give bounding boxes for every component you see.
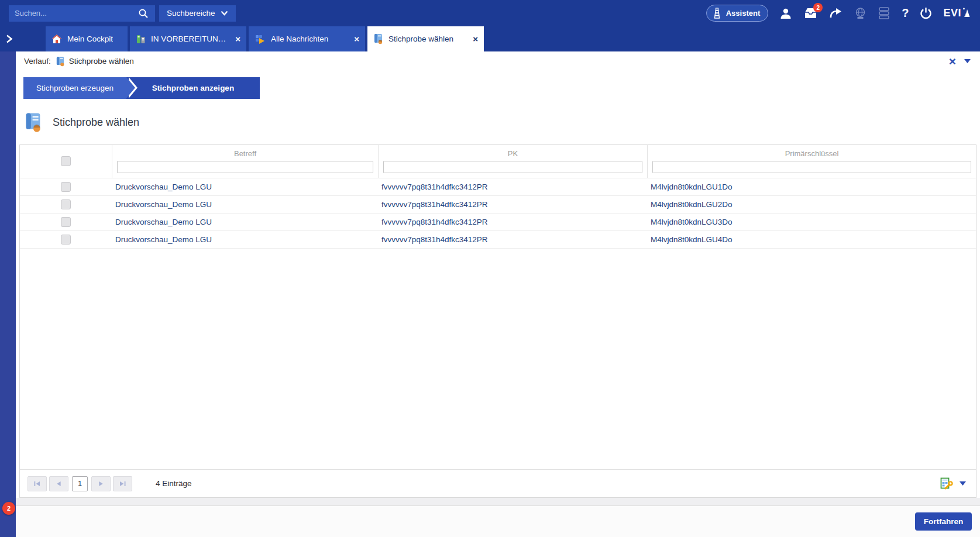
column-header-pk[interactable]: PK xyxy=(383,149,642,158)
cell-betreff: Druckvorschau_Demo LGU xyxy=(112,200,378,209)
table-header: Betreff PK Primärschlüssel xyxy=(20,145,976,178)
select-all-checkbox[interactable] xyxy=(61,156,71,166)
next-page-icon xyxy=(97,481,105,487)
history-label: Verlauf: xyxy=(24,57,51,66)
assistant-button[interactable]: Assistent xyxy=(706,5,769,22)
main-content: Verlauf: Stichprobe wählen × Stichproben… xyxy=(16,51,980,537)
user-button[interactable] xyxy=(779,7,792,20)
footer-separator xyxy=(16,498,980,505)
row-checkbox[interactable] xyxy=(61,235,71,245)
pagination-bar: 1 4 Einträge xyxy=(20,469,976,497)
tab-label: Mein Cockpit xyxy=(67,35,113,43)
search-scope-label: Suchbereiche xyxy=(167,9,215,18)
filter-input-betreff[interactable] xyxy=(117,161,373,173)
tab-close-icon[interactable]: × xyxy=(473,35,478,43)
close-icon[interactable]: × xyxy=(949,55,956,67)
header-betreff: Betreff xyxy=(112,145,378,178)
topbar-actions: Assistent 2 xyxy=(706,5,971,22)
first-page-button[interactable] xyxy=(27,476,47,491)
tab-close-icon[interactable]: × xyxy=(354,35,359,43)
table-row[interactable]: Druckvorschau_Demo LGU fvvvvvv7pq8t31h4d… xyxy=(20,231,976,249)
header-select-column xyxy=(20,145,112,178)
table-row[interactable]: Druckvorschau_Demo LGU fvvvvvv7pq8t31h4d… xyxy=(20,214,976,231)
cell-primaerschluessel: M4lvjdn8t0kdnLGU2Do xyxy=(647,200,976,209)
search-icon xyxy=(138,8,149,19)
current-page[interactable]: 1 xyxy=(72,476,88,491)
prev-page-button[interactable] xyxy=(49,476,68,491)
tab-in-vorbereitung[interactable]: IN VORBEREITUNG, 0... × xyxy=(130,26,246,51)
row-checkbox[interactable] xyxy=(61,217,71,227)
cell-primaerschluessel: M4lvjdn8t0kdnLGU3Do xyxy=(647,218,976,226)
sample-icon xyxy=(56,56,65,67)
messages-icon xyxy=(255,34,266,44)
search-button[interactable] xyxy=(132,5,155,22)
cell-pk: fvvvvvv7pq8t31h4dfkc3412PR xyxy=(378,200,647,209)
column-header-betreff[interactable]: Betreff xyxy=(117,149,373,158)
wizard-step-label: Stichproben anzeigen xyxy=(152,84,234,92)
cell-pk: fvvvvvv7pq8t31h4dfkc3412PR xyxy=(378,218,647,226)
page-title: Stichprobe wählen xyxy=(53,116,139,129)
user-icon xyxy=(779,7,792,20)
tab-close-icon[interactable]: × xyxy=(235,35,240,43)
tab-label: Alle Nachrichten xyxy=(271,35,328,43)
brand-text: EVI xyxy=(943,7,961,19)
redo-arrow-icon xyxy=(829,8,843,19)
cell-primaerschluessel: M4lvjdn8t0kdnLGU4Do xyxy=(647,235,976,244)
header-pk: PK xyxy=(378,145,647,178)
prev-page-icon xyxy=(55,481,63,487)
chevron-down-icon xyxy=(221,11,228,16)
filter-input-pk[interactable] xyxy=(383,161,642,173)
inbox-button[interactable]: 2 xyxy=(803,7,818,19)
tab-label: Stichprobe wählen xyxy=(388,35,453,43)
table-settings-dropdown[interactable] xyxy=(940,477,968,490)
header-primaerschluessel: Primärschlüssel xyxy=(647,145,976,178)
chevron-right-icon xyxy=(5,34,13,44)
column-header-primaerschluessel[interactable]: Primärschlüssel xyxy=(652,149,971,158)
table-settings-icon xyxy=(940,477,953,490)
home-icon xyxy=(51,34,62,44)
topbar: Suchbereiche Assistent xyxy=(0,0,980,26)
cell-primaerschluessel: M4lvjdn8t0kdnLGU1Do xyxy=(647,183,976,191)
row-checkbox[interactable] xyxy=(61,182,71,192)
wizard-step-anzeigen[interactable]: Stichproben anzeigen xyxy=(126,77,260,99)
sidebar-strip: 2 xyxy=(0,51,16,537)
inbox-badge: 2 xyxy=(813,3,823,12)
wizard-step-erzeugen[interactable]: Stichproben erzeugen xyxy=(23,77,126,99)
chevron-down-icon[interactable] xyxy=(964,59,971,63)
continue-button[interactable]: Fortfahren xyxy=(915,512,972,531)
chevron-down-icon xyxy=(960,481,966,486)
entries-count: 4 Einträge xyxy=(156,479,192,488)
sample-table-panel: Betreff PK Primärschlüssel Druckvorschau… xyxy=(19,144,976,498)
search-input[interactable] xyxy=(9,5,132,22)
cell-betreff: Druckvorschau_Demo LGU xyxy=(112,235,378,244)
cell-pk: fvvvvvv7pq8t31h4dfkc3412PR xyxy=(378,183,647,191)
help-icon: ? xyxy=(902,6,909,20)
tab-alle-nachrichten[interactable]: Alle Nachrichten × xyxy=(249,26,365,51)
notification-badge[interactable]: 2 xyxy=(2,502,15,515)
globe-button[interactable] xyxy=(854,7,866,19)
history-item[interactable]: Stichprobe wählen xyxy=(56,56,134,67)
tab-stichprobe-waehlen[interactable]: Stichprobe wählen × xyxy=(367,26,484,51)
sample-icon xyxy=(373,33,383,44)
wizard-steps: Stichproben erzeugen Stichproben anzeige… xyxy=(23,77,980,99)
sidebar-expand-button[interactable] xyxy=(0,26,46,51)
cell-pk: fvvvvvv7pq8t31h4dfkc3412PR xyxy=(378,235,647,244)
next-page-button[interactable] xyxy=(91,476,111,491)
last-page-icon xyxy=(119,481,126,487)
last-page-button[interactable] xyxy=(113,476,132,491)
tab-mein-cockpit[interactable]: Mein Cockpit xyxy=(46,26,128,51)
table-row[interactable]: Druckvorschau_Demo LGU fvvvvvv7pq8t31h4d… xyxy=(20,178,976,196)
database-button[interactable] xyxy=(878,7,890,19)
first-page-icon xyxy=(33,481,41,487)
search-scope-dropdown[interactable]: Suchbereiche xyxy=(159,5,236,22)
table-row[interactable]: Druckvorschau_Demo LGU fvvvvvv7pq8t31h4d… xyxy=(20,196,976,214)
redo-button[interactable] xyxy=(829,8,843,19)
filter-input-primaerschluessel[interactable] xyxy=(652,161,971,173)
help-button[interactable]: ? xyxy=(902,6,909,20)
table-empty-space xyxy=(20,249,976,469)
footer-bar: Fortfahren xyxy=(16,505,980,537)
row-checkbox[interactable] xyxy=(61,199,71,209)
tab-label: IN VORBEREITUNG, 0... xyxy=(151,35,230,43)
power-icon xyxy=(920,7,932,19)
logout-button[interactable] xyxy=(920,7,932,19)
